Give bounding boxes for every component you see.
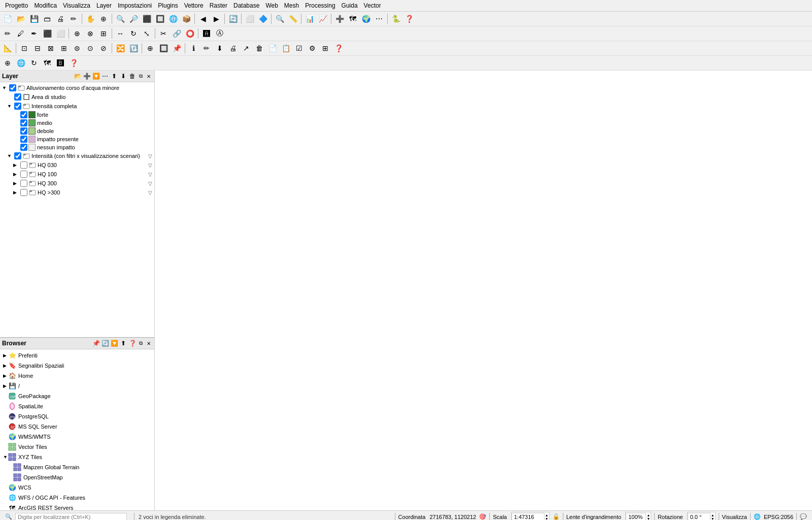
digitize-btn3[interactable]: ✒ — [28, 27, 40, 40]
adv-btn5[interactable]: ⊞ — [58, 42, 70, 54]
menu-progetto[interactable]: Progetto — [2, 1, 31, 10]
menu-raster[interactable]: Raster — [207, 1, 230, 10]
tree-check-debole[interactable] — [20, 127, 27, 135]
tree-check-hq100[interactable] — [20, 171, 27, 178]
adv-btn6[interactable]: ⊜ — [71, 42, 83, 54]
browser-item-geopackage[interactable]: GP GeoPackage — [1, 391, 153, 401]
label-btn2[interactable]: Ⓐ — [214, 27, 226, 40]
zoom-next-btn[interactable]: ▶ — [210, 13, 222, 25]
rotation-down-arrow[interactable]: ▼ — [710, 517, 715, 521]
snap-btn3[interactable]: ⊞ — [97, 27, 110, 40]
layer-panel-float-btn[interactable]: ⧉ — [137, 73, 144, 80]
add-layers-btn[interactable]: ➕ — [333, 13, 346, 25]
adv-btn8[interactable]: ⊘ — [97, 42, 110, 54]
zoom-rubber-btn[interactable]: ⬛ — [141, 13, 153, 25]
zoom-layer-btn[interactable]: 📦 — [180, 13, 192, 25]
rotation-input[interactable] — [688, 513, 710, 521]
browser-item-spatialite[interactable]: SpatiaLite — [1, 401, 153, 411]
adv-btn3[interactable]: ⊟ — [31, 42, 44, 54]
magnifier-up-arrow[interactable]: ▲ — [646, 513, 651, 517]
tree-check-intensita-completa[interactable] — [14, 103, 21, 110]
scale-spinbox[interactable]: ▲ ▼ — [511, 512, 550, 521]
tree-check-hq-over300[interactable] — [20, 189, 27, 196]
layer-add-btn[interactable]: ➕ — [82, 72, 91, 81]
tree-item-medio[interactable]: ▶ medio — [1, 119, 153, 127]
tree-check-hq030[interactable] — [20, 161, 27, 169]
layer-open-btn[interactable]: 📂 — [73, 72, 82, 81]
menu-mesh[interactable]: Mesh — [281, 1, 302, 10]
tree-item-hq030[interactable]: ▶ HQ 030 ▽ — [1, 160, 153, 170]
adv-btn9[interactable]: 🔀 — [114, 42, 126, 54]
browser-item-postgresql[interactable]: Pg PostgreSQL — [1, 411, 153, 421]
tree-item-nessun-impatto[interactable]: ▶ nessun impatto — [1, 143, 153, 151]
browser-arrow-segnalibri[interactable]: ▶ — [3, 363, 8, 368]
save-as-btn[interactable]: 🗃 — [41, 13, 53, 25]
menu-vector[interactable]: Vector — [361, 1, 384, 10]
pen-btn[interactable]: ✏ — [200, 42, 213, 54]
tree-arrow-hq100[interactable]: ▶ — [13, 172, 19, 177]
browser-panel-float-btn[interactable]: ⧉ — [137, 340, 144, 347]
adv-btn12[interactable]: 🔲 — [157, 42, 170, 54]
layer-up-btn[interactable]: ⬆ — [110, 72, 119, 81]
menu-impostazioni[interactable]: Impostazioni — [115, 1, 155, 10]
browser-item-segnalibri[interactable]: ▶ 🔖 Segnalibri Spaziali — [1, 361, 153, 371]
menu-layer[interactable]: Layer — [93, 1, 115, 10]
zoom-prev-btn[interactable]: ◀ — [197, 13, 209, 25]
statusbar-crs[interactable]: 🌐 EPSG:2056 — [751, 513, 796, 520]
scale-up-arrow[interactable]: ▲ — [545, 513, 549, 517]
tree-check-medio[interactable] — [20, 119, 27, 126]
pan-map-btn[interactable]: ✋ — [84, 13, 96, 25]
browser-filter-btn[interactable]: 🔽 — [110, 339, 119, 348]
scale-input[interactable] — [512, 513, 545, 521]
dl-btn[interactable]: ⬇ — [214, 42, 226, 54]
tree-check-nessun[interactable] — [20, 144, 27, 151]
check-btn[interactable]: ☑ — [293, 42, 305, 54]
gps-btn5[interactable]: 🅱 — [54, 57, 66, 69]
snap-btn2[interactable]: ⊗ — [84, 27, 96, 40]
refresh-btn[interactable]: 🔄 — [227, 13, 239, 25]
adv-btn1[interactable]: 📐 — [2, 42, 14, 54]
tree-item-root[interactable]: ▼ Alluvionamento corso d'acqua minore — [1, 83, 153, 92]
browser-item-mapzen[interactable]: Mapzen Global Terrain — [1, 462, 153, 472]
gps-btn4[interactable]: 🗺 — [41, 57, 53, 69]
browser-item-wcs[interactable]: 🌍 WCS — [1, 482, 153, 493]
tree-arrow-hq-over300[interactable]: ▶ — [13, 190, 19, 195]
tree-arrow-scenari[interactable]: ▼ — [7, 153, 13, 158]
info-btn[interactable]: ℹ — [187, 42, 199, 54]
grid-btn[interactable]: ⊞ — [319, 42, 331, 54]
stats-btn[interactable]: 📈 — [317, 13, 329, 25]
tree-check-forte[interactable] — [20, 111, 27, 118]
browser-item-preferiti[interactable]: ▶ ⭐ Preferiti — [1, 350, 153, 361]
tree-arrow-root[interactable]: ▼ — [2, 85, 8, 90]
merge-btn[interactable]: 🔗 — [171, 27, 183, 40]
python-btn[interactable]: 🐍 — [390, 13, 402, 25]
browser-item-mssql[interactable]: SQL MS SQL Server — [1, 421, 153, 432]
label-btn1[interactable]: 🅰 — [200, 27, 213, 40]
tree-check-impatto[interactable] — [20, 136, 27, 143]
layer-remove-btn[interactable]: 🗑 — [128, 72, 137, 81]
doc-btn[interactable]: 📄 — [266, 42, 279, 54]
layer-down-btn[interactable]: ⬇ — [119, 72, 128, 81]
browser-arrow-home[interactable]: ▶ — [3, 373, 8, 378]
menu-plugins[interactable]: Plugins — [155, 1, 181, 10]
tree-check-hq300[interactable] — [20, 180, 27, 187]
rotate-btn[interactable]: ↻ — [127, 27, 140, 40]
snap-btn1[interactable]: ⊕ — [71, 27, 83, 40]
tree-check-root[interactable] — [9, 84, 16, 91]
adv-btn4[interactable]: ⊠ — [45, 42, 57, 54]
tree-item-intensita-completa[interactable]: ▼ Intensità completa — [1, 102, 153, 111]
menu-modifica[interactable]: Modifica — [31, 1, 60, 10]
browser-item-arcgis-rest[interactable]: 🗺 ArcGIS REST Servers — [1, 503, 153, 510]
identify-btn[interactable]: 🔍 — [274, 13, 286, 25]
locator-search-input[interactable] — [15, 513, 127, 521]
map-canvas[interactable] — [155, 71, 812, 510]
tree-item-hq-over300[interactable]: ▶ HQ >300 ▽ — [1, 188, 153, 197]
tree-item-area-studio[interactable]: ▶ Area di studio — [1, 92, 153, 102]
zoom-out-btn[interactable]: 🔎 — [127, 13, 140, 25]
browser-item-osm[interactable]: OpenStreetMap — [1, 472, 153, 482]
tree-item-forte[interactable]: ▶ forte — [1, 111, 153, 119]
split-btn[interactable]: ✂ — [157, 27, 170, 40]
zoom-select-btn[interactable]: 🔲 — [154, 13, 166, 25]
gps-btn6[interactable]: ❓ — [67, 57, 80, 69]
attribute-table-btn[interactable]: 📊 — [303, 13, 316, 25]
